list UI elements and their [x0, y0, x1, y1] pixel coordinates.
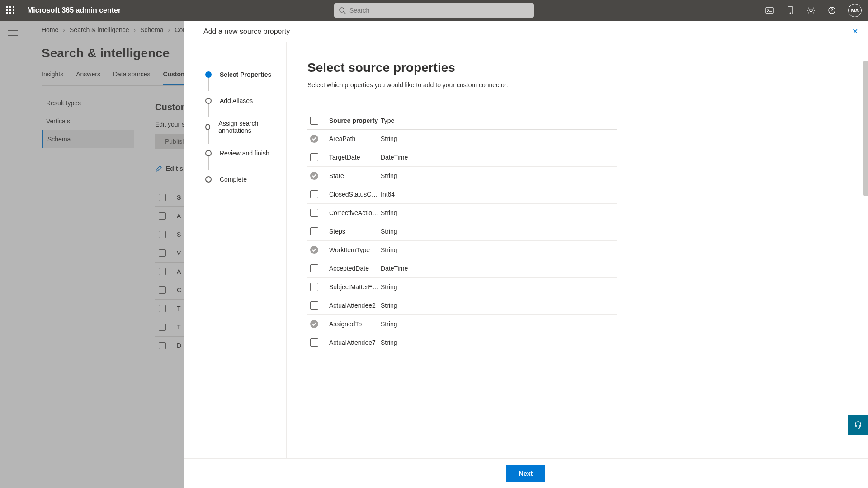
- locked-checkbox: [310, 172, 318, 180]
- feedback-button[interactable]: [848, 415, 868, 435]
- locked-checkbox: [310, 135, 318, 143]
- cloud-shell-icon[interactable]: [765, 6, 774, 15]
- col-type: Type: [381, 117, 431, 124]
- property-row[interactable]: CorrectiveAction…String: [307, 204, 617, 222]
- svg-line-1: [344, 12, 345, 14]
- property-name: State: [329, 172, 381, 179]
- property-type: String: [381, 246, 431, 253]
- step-select-properties[interactable]: Select Properties: [205, 61, 273, 88]
- panel-main-sub: Select which properties you would like t…: [307, 81, 847, 89]
- checkbox[interactable]: [310, 153, 318, 161]
- search-box[interactable]: [334, 3, 534, 18]
- property-row[interactable]: TargetDateDateTime: [307, 148, 617, 167]
- property-name: WorkItemType: [329, 246, 381, 253]
- avatar[interactable]: MA: [848, 4, 862, 17]
- property-name: SubjectMatterEx…: [329, 283, 381, 291]
- checkbox[interactable]: [310, 264, 318, 272]
- svg-rect-2: [766, 8, 773, 13]
- property-type: String: [381, 209, 431, 216]
- property-row[interactable]: AcceptedDateDateTime: [307, 259, 617, 278]
- svg-point-0: [340, 8, 344, 12]
- property-name: TargetDate: [329, 154, 381, 161]
- property-row[interactable]: AssignedToString: [307, 315, 617, 333]
- col-source-property: Source property: [329, 117, 381, 124]
- property-row[interactable]: StateString: [307, 167, 617, 185]
- step-complete[interactable]: Complete: [205, 166, 273, 192]
- property-row[interactable]: ClosedStatusCodeInt64: [307, 185, 617, 204]
- property-name: ActualAttendee7: [329, 339, 381, 346]
- checkbox[interactable]: [310, 190, 318, 198]
- property-type: String: [381, 172, 431, 179]
- checkbox[interactable]: [310, 283, 318, 291]
- property-row[interactable]: AreaPathString: [307, 130, 617, 148]
- next-button[interactable]: Next: [506, 465, 545, 482]
- panel-main-title: Select source properties: [307, 61, 847, 75]
- property-type: String: [381, 228, 431, 235]
- property-name: CorrectiveAction…: [329, 209, 381, 216]
- search-input[interactable]: [349, 7, 529, 14]
- property-type: String: [381, 339, 431, 346]
- svg-point-4: [790, 13, 791, 14]
- property-row[interactable]: ActualAttendee7String: [307, 333, 617, 352]
- property-name: Steps: [329, 228, 381, 235]
- search-icon: [339, 7, 346, 14]
- checkbox[interactable]: [310, 209, 318, 217]
- property-table: Source property Type AreaPathStringTarge…: [307, 112, 617, 352]
- help-icon[interactable]: [827, 6, 836, 15]
- locked-checkbox: [310, 246, 318, 254]
- locked-checkbox: [310, 320, 318, 328]
- property-row[interactable]: ActualAttendee2String: [307, 296, 617, 315]
- property-type: DateTime: [381, 265, 431, 272]
- property-name: AssignedTo: [329, 320, 381, 328]
- add-property-panel: Add a new source property ✕ Select Prope…: [184, 21, 868, 488]
- property-type: Int64: [381, 191, 431, 198]
- step-add-aliases[interactable]: Add Aliases: [205, 88, 273, 114]
- gear-icon[interactable]: [807, 6, 816, 15]
- panel-title: Add a new source property: [203, 28, 290, 36]
- property-row[interactable]: StepsString: [307, 222, 617, 241]
- svg-point-5: [810, 9, 812, 12]
- checkbox[interactable]: [310, 227, 318, 235]
- mobile-icon[interactable]: [786, 6, 795, 15]
- property-type: String: [381, 320, 431, 328]
- property-name: AcceptedDate: [329, 265, 381, 272]
- step-review[interactable]: Review and finish: [205, 140, 273, 166]
- checkbox[interactable]: [310, 338, 318, 347]
- checkbox[interactable]: [310, 301, 318, 310]
- property-type: String: [381, 283, 431, 291]
- app-title: Microsoft 365 admin center: [27, 6, 121, 14]
- property-row[interactable]: WorkItemTypeString: [307, 241, 617, 259]
- topbar: Microsoft 365 admin center MA: [0, 0, 868, 21]
- property-name: ActualAttendee2: [329, 302, 381, 309]
- property-type: String: [381, 302, 431, 309]
- stepper: Select Properties Add Aliases Assign sea…: [184, 42, 287, 458]
- property-type: String: [381, 135, 431, 142]
- property-name: ClosedStatusCode: [329, 191, 381, 198]
- step-assign-annotations[interactable]: Assign search annotations: [205, 114, 273, 140]
- property-name: AreaPath: [329, 135, 381, 142]
- select-all-checkbox[interactable]: [310, 117, 318, 125]
- app-launcher-icon[interactable]: [6, 6, 15, 15]
- property-row[interactable]: SubjectMatterEx…String: [307, 278, 617, 296]
- headset-icon: [854, 420, 863, 429]
- property-type: DateTime: [381, 154, 431, 161]
- panel-main: Select source properties Select which pr…: [287, 42, 868, 458]
- close-icon[interactable]: ✕: [852, 27, 858, 36]
- scrollbar[interactable]: [863, 61, 868, 196]
